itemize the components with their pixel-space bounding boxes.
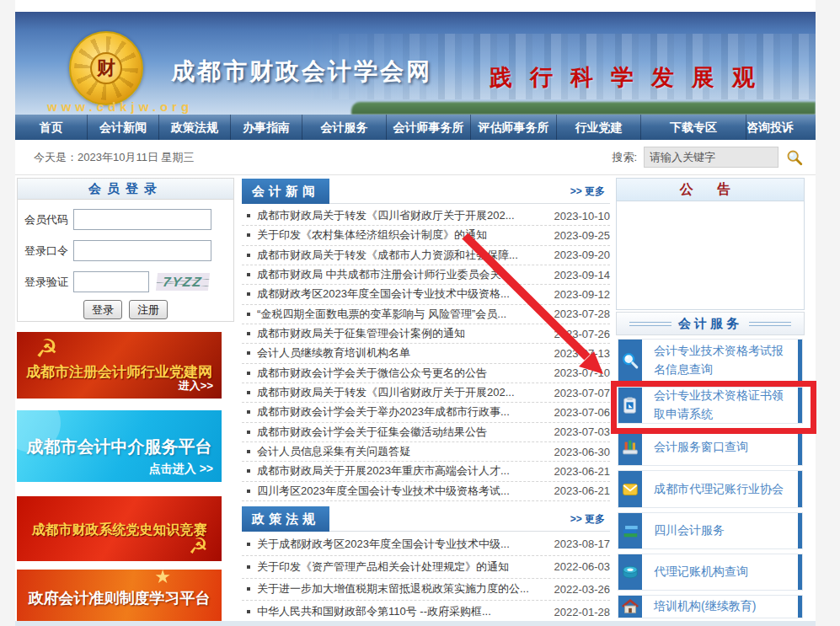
service-link[interactable]: 会计服务窗口查询 (642, 436, 798, 458)
news-date: 2023-07-07 (554, 387, 611, 399)
news-link[interactable]: 成都市财政会计学会关于征集会徽活动结果公告 (257, 425, 548, 440)
policy-date: 2022-01-28 (554, 606, 611, 618)
decorative-line (749, 322, 791, 326)
banner-intermediary-platform[interactable]: 成都市会计中介服务平台 点击进入 >> (17, 410, 222, 482)
service-card-edge (798, 513, 802, 548)
nav-tab[interactable]: 办事指南 (230, 115, 302, 140)
hammer-sickle-icon: ☭ (189, 533, 208, 559)
service-card-edge (798, 471, 802, 507)
news-list-item: 成都市财政会计学会关于征集会徽活动结果公告 2023-07-03 (242, 423, 610, 442)
service-icon (621, 597, 639, 616)
service-link[interactable]: 代理记账机构查询 (642, 561, 798, 583)
service-icon-band (618, 340, 642, 382)
news-link[interactable]: “金税四期全面数电票的变革影响与 风险管理”会员... (257, 307, 548, 322)
treeline-image (351, 102, 816, 115)
register-button[interactable]: 注册 (129, 300, 168, 319)
news-link[interactable]: 成都财政考区2023年度全国会计专业技术中级资格... (257, 286, 548, 302)
search-input[interactable] (644, 147, 778, 168)
banner-gov-accounting-platform[interactable]: ★ 政府会计准则制度学习平台 (17, 570, 222, 621)
bullet-icon (247, 543, 250, 546)
decorative-line (629, 322, 671, 326)
bullet-icon (247, 490, 250, 493)
news-more-link[interactable]: >> 更多 (570, 179, 605, 204)
banner-party-building[interactable]: ☭ 成都市注册会计师行业党建网 进入>> (17, 332, 222, 399)
bullet-icon (247, 292, 250, 296)
password-input[interactable] (73, 240, 211, 261)
service-link[interactable]: 成都市代理记账行业协会 (642, 479, 798, 500)
news-link[interactable]: 成都市财政会计学会关于举办2023年成都市行政事... (257, 404, 548, 420)
service-icon-band (618, 429, 642, 465)
policy-more-link[interactable]: >> 更多 (570, 506, 605, 532)
policy-link[interactable]: 中华人民共和国财政部令第110号 --政府采购框... (257, 604, 548, 619)
bullet-icon (247, 469, 250, 473)
login-button[interactable]: 登录 (83, 300, 122, 319)
news-link[interactable]: 会计人员继续教育培训机构名单 (257, 345, 548, 361)
service-link[interactable]: 会计专业技术资格证书领取申请系统 (642, 385, 798, 425)
news-link[interactable]: 四川考区2023年度全国会计专业技术中级资格考试... (257, 484, 548, 499)
policy-section-header: 政策法规 >> 更多 (242, 506, 610, 532)
nav-tab[interactable]: 会计服务 (302, 115, 386, 140)
news-link[interactable]: 成都市财政局关于转发《四川省财政厅关于开展202... (257, 208, 548, 223)
bullet-icon (247, 565, 250, 569)
service-card[interactable]: 成都市代理记账行业协会 (618, 470, 803, 508)
news-list-item: 成都市财政局关于征集管理会计案例的通知 2023-07-26 (242, 324, 610, 344)
nav-tab[interactable]: 会计师事务所 (386, 115, 470, 140)
banner-enter-link[interactable]: 点击进入 >> (149, 462, 213, 477)
search-button[interactable] (785, 148, 804, 167)
news-link[interactable]: 成都市财政局关于征集管理会计案例的通知 (257, 326, 548, 341)
bullet-icon (247, 254, 250, 257)
page: 财 成都市财政会计学会网 www.cdkjw.org 践行科学发展观 首页 会计… (0, 0, 840, 626)
news-date: 2023-09-12 (554, 288, 611, 301)
service-link[interactable]: 会计专业技术资格考试报名信息查询 (642, 340, 798, 380)
site-logo[interactable]: 财 (69, 31, 143, 105)
news-list-item: 关于印发《农村集体经济组织会计制度》的通知 2023-09-25 (242, 226, 610, 245)
nav-tab[interactable]: 咨询投诉 (746, 115, 794, 140)
news-date: 2023-09-20 (554, 249, 611, 261)
password-row: 登录口令 (24, 240, 211, 261)
service-link[interactable]: 四川会计服务 (642, 520, 798, 542)
news-link[interactable]: 关于印发《农村集体经济组织会计制度》的通知 (257, 227, 548, 243)
nav-tab[interactable]: 行业党建 (556, 115, 640, 140)
service-icon (621, 522, 639, 540)
service-link[interactable]: 培训机构(继续教育) (642, 596, 798, 618)
news-link[interactable]: 成都市财政局关于开展2023年重庆市高端会计人才... (257, 463, 548, 479)
policy-date: 2022-06-03 (554, 560, 611, 573)
policy-link[interactable]: 关于进一步加大增值税期末留抵退税政策实施力度的公... (257, 581, 548, 597)
member-code-input[interactable] (73, 209, 211, 230)
news-link[interactable]: 成都市财政局关于转发《成都市人力资源和社会保障... (257, 248, 548, 263)
service-card[interactable]: 四川会计服务 (618, 512, 803, 549)
news-date: 2023-07-13 (554, 347, 611, 360)
member-login-title: 会员登录 (18, 179, 233, 200)
horizontal-scrollbar-track[interactable] (15, 621, 816, 626)
service-card[interactable]: 会计服务窗口查询 (618, 428, 803, 466)
service-card[interactable]: 会计专业技术资格考试报名信息查询 (618, 339, 803, 383)
news-date: 2023-06-21 (554, 465, 611, 478)
nav-tab[interactable]: 下载专区 (640, 115, 746, 140)
nav-tab[interactable]: 政策法规 (158, 115, 230, 140)
policy-link[interactable]: 关于成都财政考区2023年度全国会计专业技术中级... (257, 537, 548, 552)
nav-tab[interactable]: 首页 (15, 115, 87, 140)
captcha-input[interactable] (73, 271, 149, 292)
banner-party-history-quiz[interactable]: 成都市财政系统党史知识竞赛 ☭ (17, 496, 222, 561)
site-url: www.cdkjw.org (47, 99, 193, 114)
policy-section-tab[interactable]: 政策法规 (242, 506, 329, 532)
login-buttons-row: 登录 注册 (18, 300, 233, 319)
service-card[interactable]: 培训机构(继续教育) (618, 595, 803, 618)
news-section-tab[interactable]: 会计新闻 (242, 179, 329, 204)
captcha-image[interactable]: 7YZZ (156, 273, 210, 291)
news-link[interactable]: 成都市财政局关于转发《四川省财政厅关于开展202... (257, 385, 548, 400)
banner-enter-link[interactable]: 进入>> (179, 378, 213, 393)
news-link[interactable]: 成都市财政局 中共成都市注册会计师行业委员会关... (257, 267, 548, 282)
service-card-edge (798, 340, 802, 382)
service-card[interactable]: 代理记账机构查询 (618, 554, 803, 591)
hammer-sickle-icon: ☭ (35, 334, 58, 363)
services-title: 会计服务 (678, 316, 742, 332)
password-label: 登录口令 (24, 243, 73, 259)
policy-link[interactable]: 关于印发《资产管理产品相关会计处理规定》的通知 (257, 559, 548, 575)
service-card[interactable]: 会计专业技术资格证书领取申请系统 (618, 387, 803, 424)
nav-tab[interactable]: 评估师事务所 (470, 115, 556, 140)
news-link[interactable]: 会计人员信息采集有关问题答疑 (257, 444, 548, 459)
news-link[interactable]: 成都市财政会计学会关于微信公众号更名的公告 (257, 366, 548, 381)
news-list-item: 成都市财政局关于转发《四川省财政厅关于开展202... 2023-07-07 (242, 383, 610, 403)
nav-tab[interactable]: 会计新闻 (87, 115, 158, 140)
